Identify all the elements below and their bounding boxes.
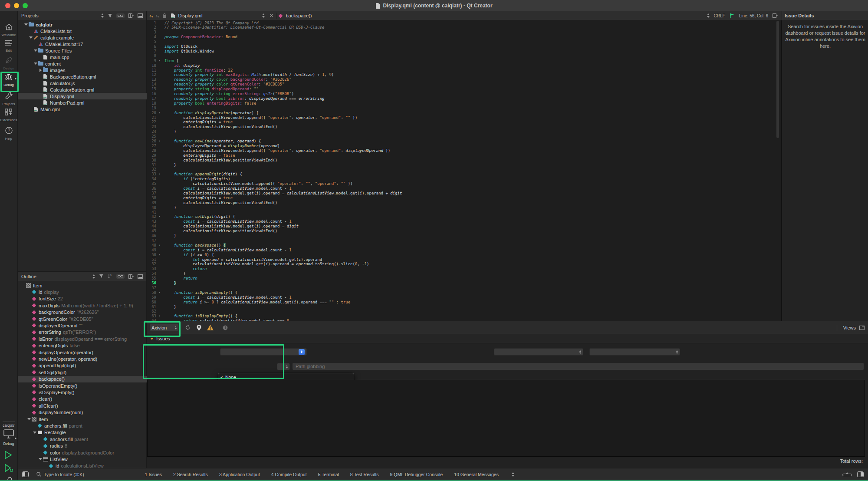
- code-line[interactable]: 53 return: [147, 267, 781, 271]
- toggle-output-pane-icon[interactable]: [857, 471, 864, 477]
- code-line[interactable]: 18 property bool enteringDigits: false: [147, 101, 781, 106]
- filter-combo-1[interactable]: [494, 348, 583, 356]
- code-line[interactable]: 8: [147, 54, 781, 59]
- output-pane-button[interactable]: 1 Issues: [145, 472, 162, 477]
- code-line[interactable]: 3: [147, 30, 781, 35]
- filter-icon[interactable]: [99, 274, 104, 279]
- eol-indicator[interactable]: CRLF: [714, 13, 725, 18]
- tree-chevron-icon[interactable]: [39, 69, 42, 72]
- outline-row[interactable]: clear(): [18, 396, 155, 402]
- fold-marker-icon[interactable]: ▾: [156, 253, 163, 257]
- code-line[interactable]: 22 enteringDigits = true: [147, 120, 781, 125]
- debug-run-button[interactable]: [4, 464, 13, 472]
- code-line[interactable]: 36 const i = calculationsListView.model.…: [147, 186, 781, 191]
- outline-row[interactable]: Rectangle: [18, 429, 161, 436]
- activity-item-projects[interactable]: Projects: [0, 92, 17, 106]
- outline-row[interactable]: enteringDigitsfalse: [18, 343, 155, 349]
- minimize-window-button[interactable]: [14, 3, 19, 8]
- nav-forward-icon[interactable]: ›▾: [155, 12, 159, 19]
- code-line[interactable]: 15 property string displayedOperand: "": [147, 87, 781, 92]
- issues-table[interactable]: [147, 380, 865, 457]
- code-line[interactable]: 2// SPDX-License-Identifier: LicenseRef-…: [147, 25, 781, 30]
- path-filter-combo[interactable]: [277, 363, 290, 370]
- code-line[interactable]: 16 readonly property string errorString:…: [147, 92, 781, 96]
- nav-back-icon[interactable]: ‹▾: [149, 12, 153, 19]
- fold-marker-icon[interactable]: ▾: [156, 243, 163, 248]
- fold-marker-icon[interactable]: ▾: [156, 172, 163, 177]
- code-line[interactable]: 46 }: [147, 234, 781, 238]
- code-line[interactable]: 41: [147, 210, 781, 215]
- tree-chevron-icon[interactable]: [29, 36, 33, 39]
- cursor-position[interactable]: Line: 56, Col: 6: [739, 13, 768, 18]
- tree-row[interactable]: calqlatrexample: [18, 34, 157, 41]
- outline-row[interactable]: isDisplayEmpty(): [18, 389, 155, 395]
- locator-input[interactable]: Type to locate (⌘K): [44, 472, 84, 477]
- output-pane-button[interactable]: 2 Search Results: [173, 472, 208, 477]
- kit-selector-button[interactable]: calqlatrDebug: [0, 423, 17, 446]
- tree-chevron-icon[interactable]: [33, 432, 36, 434]
- tree-row[interactable]: Source Files: [18, 47, 162, 54]
- code-line[interactable]: 26▾ function newLine(operator, operand) …: [147, 139, 781, 144]
- code-line[interactable]: 28 calculationsListView.model.append({ "…: [147, 148, 781, 153]
- progress-widget-icon[interactable]: [842, 472, 852, 476]
- filter-icon[interactable]: [108, 13, 112, 18]
- code-line[interactable]: 10 id: display: [147, 63, 781, 68]
- sync-with-editor-button[interactable]: [116, 13, 125, 18]
- outline-row[interactable]: anchors.fillparent: [18, 436, 167, 442]
- close-panel-icon[interactable]: [138, 274, 143, 279]
- activity-item-extensions[interactable]: Extensions: [0, 109, 17, 122]
- outline-row[interactable]: displayOperator(operator): [18, 349, 155, 356]
- panel-selector-stepper[interactable]: [101, 13, 104, 18]
- code-line[interactable]: 58▾ function isOperandEmpty() {: [147, 290, 781, 295]
- close-window-button[interactable]: [5, 3, 10, 8]
- tree-row[interactable]: CMakeLists.txt: [18, 28, 157, 34]
- code-line[interactable]: 39 calculationsListView.positionViewAtEn…: [147, 201, 781, 205]
- tree-row[interactable]: main.cpp: [18, 54, 167, 60]
- dashboard-combo[interactable]: [220, 348, 307, 356]
- code-line[interactable]: 51 let operand = calculationsListView.mo…: [147, 257, 781, 262]
- tree-row[interactable]: Main.qml: [18, 106, 157, 112]
- tree-chevron-icon[interactable]: [34, 49, 37, 52]
- split-editor-icon[interactable]: [773, 13, 778, 18]
- tree-chevron-icon[interactable]: [27, 418, 31, 420]
- tree-row[interactable]: CalculatorButton.qml: [18, 86, 167, 93]
- outline-row[interactable]: backspace(): [18, 376, 155, 382]
- code-line[interactable]: 13 readonly property color backgroundCol…: [147, 77, 781, 82]
- code-line[interactable]: 35 calculationsListView.model.append({ "…: [147, 181, 781, 186]
- code-line[interactable]: 33▾ function appendDigit(digit) {: [147, 172, 781, 177]
- outline-row[interactable]: radius8: [18, 443, 167, 449]
- annotation-flag-icon[interactable]: [730, 13, 735, 18]
- tree-chevron-icon[interactable]: [24, 23, 28, 26]
- code-line[interactable]: 6import QtQuick: [147, 44, 781, 49]
- lock-icon[interactable]: [162, 13, 167, 18]
- outline-row[interactable]: allClear(): [18, 402, 155, 409]
- activity-item-debug[interactable]: Debug: [0, 73, 17, 87]
- code-line[interactable]: 60 return i >= 0 ? calculationsListView.…: [147, 300, 781, 305]
- symbol-selector[interactable]: backspace(): [286, 13, 312, 18]
- code-line[interactable]: 61 }: [147, 305, 781, 310]
- code-line[interactable]: 54 }: [147, 271, 781, 276]
- code-line[interactable]: 31 }: [147, 163, 781, 168]
- code-line[interactable]: 44 calculationsListView.model.get(i).ope…: [147, 224, 781, 229]
- code-line[interactable]: 12 readonly property int maxDigits: Math…: [147, 72, 781, 77]
- split-panel-icon[interactable]: [128, 13, 134, 18]
- code-line[interactable]: 59 const i = calculationsListView.model.…: [147, 295, 781, 300]
- tree-row[interactable]: images: [18, 67, 167, 73]
- close-document-icon[interactable]: ✕: [269, 13, 273, 19]
- code-line[interactable]: 55 return: [147, 276, 781, 281]
- code-line[interactable]: 48▾ function backspace() {: [147, 243, 781, 248]
- code-line[interactable]: 20▾ function displayOperator(operator) {: [147, 111, 781, 115]
- code-line[interactable]: 50▾ if (i >= 0) {: [147, 253, 781, 257]
- encoding-stepper[interactable]: [707, 13, 710, 18]
- outline-row[interactable]: displayNumber(num): [18, 409, 155, 416]
- code-line[interactable]: 63▾ function isDisplayEmpty() {: [147, 314, 781, 319]
- document-stepper[interactable]: [262, 13, 265, 18]
- outline-selector-stepper[interactable]: [92, 274, 95, 279]
- code-line[interactable]: 25: [147, 134, 781, 139]
- code-line[interactable]: 45 calculationsListView.positionViewAtEn…: [147, 229, 781, 234]
- open-document-name[interactable]: Display.qml: [178, 13, 202, 18]
- code-line[interactable]: 19: [147, 106, 781, 111]
- output-pane-button[interactable]: 10 General Messages: [454, 472, 499, 477]
- outline-row[interactable]: backgroundColor"#262626": [18, 309, 155, 316]
- fold-marker-icon[interactable]: ▾: [156, 139, 163, 144]
